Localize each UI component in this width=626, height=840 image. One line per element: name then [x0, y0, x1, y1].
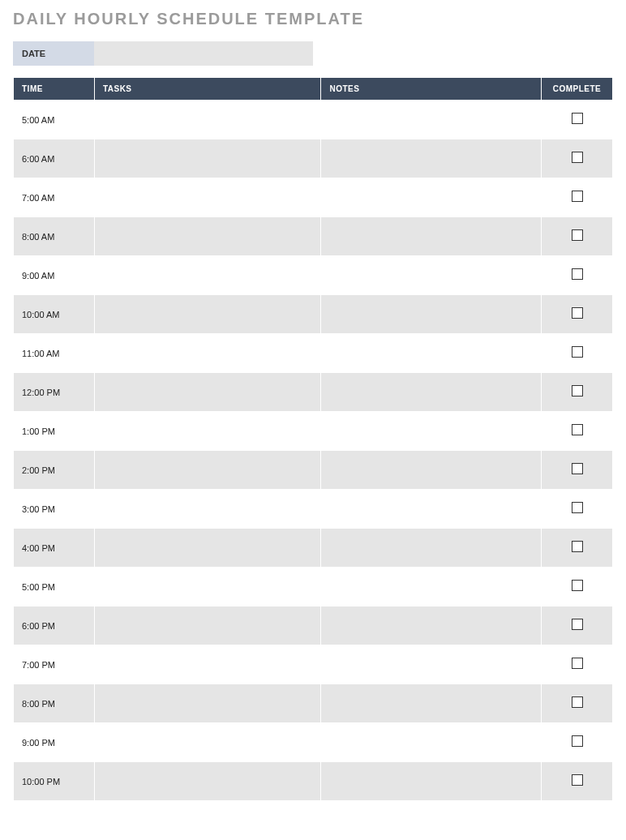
complete-checkbox[interactable] — [572, 696, 583, 708]
table-row: 1:00 PM — [14, 412, 613, 451]
time-cell: 10:00 AM — [14, 310, 94, 319]
complete-checkbox[interactable] — [572, 191, 583, 202]
time-cell: 12:00 PM — [14, 388, 94, 397]
complete-checkbox[interactable] — [572, 541, 583, 552]
complete-checkbox[interactable] — [572, 735, 583, 747]
table-row: 7:00 AM — [14, 178, 613, 217]
notes-input[interactable] — [321, 334, 541, 372]
tasks-input[interactable] — [95, 606, 321, 645]
complete-checkbox[interactable] — [572, 424, 583, 435]
notes-input[interactable] — [321, 723, 541, 761]
schedule-table: TIME TASKS NOTES COMPLETE 5:00 AM6:00 AM… — [13, 77, 613, 801]
table-row: 7:00 PM — [14, 645, 613, 684]
table-row: 12:00 PM — [14, 373, 613, 412]
table-row: 5:00 PM — [14, 568, 613, 606]
tasks-input[interactable] — [95, 645, 321, 684]
table-row: 10:00 PM — [14, 762, 613, 801]
table-row: 9:00 PM — [14, 723, 613, 762]
table-row: 4:00 PM — [14, 529, 613, 568]
template-title: DAILY HOURLY SCHEDULE TEMPLATE — [13, 10, 613, 28]
time-cell: 10:00 PM — [14, 777, 94, 786]
time-cell: 7:00 AM — [14, 193, 94, 203]
table-row: 8:00 PM — [14, 684, 613, 723]
tasks-input[interactable] — [95, 256, 321, 294]
time-cell: 1:00 PM — [14, 426, 94, 436]
date-label: DATE — [13, 41, 94, 66]
tasks-input[interactable] — [95, 178, 321, 216]
complete-checkbox[interactable] — [572, 385, 583, 396]
header-notes: NOTES — [321, 78, 542, 101]
tasks-input[interactable] — [95, 451, 321, 489]
date-input[interactable] — [94, 41, 313, 66]
table-row: 5:00 AM — [14, 101, 613, 139]
tasks-input[interactable] — [95, 568, 321, 606]
time-cell: 7:00 PM — [14, 660, 94, 670]
table-row: 3:00 PM — [14, 490, 613, 529]
time-cell: 9:00 PM — [14, 738, 94, 748]
complete-checkbox[interactable] — [572, 152, 583, 163]
notes-input[interactable] — [321, 529, 541, 567]
tasks-input[interactable] — [95, 762, 321, 800]
table-row: 10:00 AM — [14, 295, 613, 334]
notes-input[interactable] — [321, 101, 541, 139]
notes-input[interactable] — [321, 139, 541, 178]
tasks-input[interactable] — [95, 101, 321, 139]
notes-input[interactable] — [321, 295, 541, 333]
table-row: 9:00 AM — [14, 256, 613, 295]
notes-input[interactable] — [321, 490, 541, 528]
header-tasks: TASKS — [94, 78, 321, 101]
tasks-input[interactable] — [95, 217, 321, 255]
notes-input[interactable] — [321, 217, 541, 255]
complete-checkbox[interactable] — [572, 580, 583, 591]
complete-checkbox[interactable] — [572, 463, 583, 474]
notes-input[interactable] — [321, 256, 541, 294]
time-cell: 5:00 AM — [14, 115, 94, 125]
time-cell: 2:00 PM — [14, 465, 94, 475]
complete-checkbox[interactable] — [572, 774, 583, 786]
time-cell: 3:00 PM — [14, 504, 94, 514]
time-cell: 11:00 AM — [14, 349, 94, 358]
notes-input[interactable] — [321, 645, 541, 684]
notes-input[interactable] — [321, 568, 541, 606]
table-row: 2:00 PM — [14, 451, 613, 490]
notes-input[interactable] — [321, 412, 541, 450]
table-row: 6:00 PM — [14, 606, 613, 645]
time-cell: 6:00 PM — [14, 621, 94, 631]
notes-input[interactable] — [321, 178, 541, 216]
table-row: 6:00 AM — [14, 139, 613, 178]
complete-checkbox[interactable] — [572, 346, 583, 358]
table-row: 8:00 AM — [14, 217, 613, 256]
header-time: TIME — [14, 78, 95, 101]
tasks-input[interactable] — [95, 723, 321, 761]
tasks-input[interactable] — [95, 412, 321, 450]
tasks-input[interactable] — [95, 373, 321, 411]
notes-input[interactable] — [321, 762, 541, 800]
complete-checkbox[interactable] — [572, 307, 583, 319]
time-cell: 9:00 AM — [14, 271, 94, 281]
complete-checkbox[interactable] — [572, 619, 583, 630]
tasks-input[interactable] — [95, 684, 321, 722]
time-cell: 8:00 PM — [14, 699, 94, 709]
tasks-input[interactable] — [95, 139, 321, 178]
complete-checkbox[interactable] — [572, 658, 583, 669]
time-cell: 6:00 AM — [14, 154, 94, 164]
complete-checkbox[interactable] — [572, 268, 583, 280]
table-row: 11:00 AM — [14, 334, 613, 373]
time-cell: 5:00 PM — [14, 582, 94, 592]
notes-input[interactable] — [321, 373, 541, 411]
complete-checkbox[interactable] — [572, 229, 583, 241]
tasks-input[interactable] — [95, 295, 321, 333]
time-cell: 8:00 AM — [14, 232, 94, 242]
date-row: DATE — [13, 41, 613, 66]
complete-checkbox[interactable] — [572, 113, 583, 124]
time-cell: 4:00 PM — [14, 543, 94, 553]
notes-input[interactable] — [321, 606, 541, 645]
complete-checkbox[interactable] — [572, 502, 583, 513]
tasks-input[interactable] — [95, 334, 321, 372]
tasks-input[interactable] — [95, 529, 321, 567]
header-row: TIME TASKS NOTES COMPLETE — [14, 78, 613, 101]
tasks-input[interactable] — [95, 490, 321, 528]
notes-input[interactable] — [321, 684, 541, 722]
notes-input[interactable] — [321, 451, 541, 489]
header-complete: COMPLETE — [542, 78, 613, 101]
